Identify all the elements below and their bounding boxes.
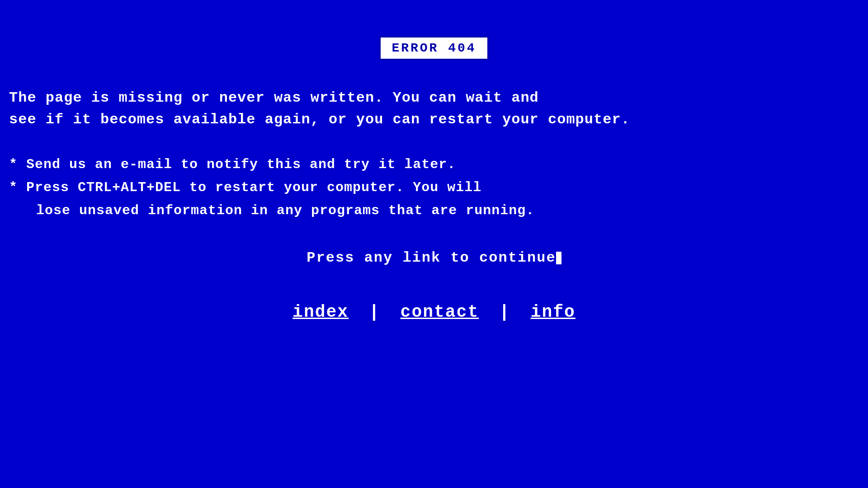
- bullet-item-2-line2: lose unsaved information in any programs…: [9, 199, 534, 222]
- nav-separator-1: |: [369, 302, 380, 322]
- main-message-line1: The page is missing or never was written…: [9, 89, 539, 106]
- index-link[interactable]: index: [292, 302, 349, 322]
- main-message: The page is missing or never was written…: [9, 87, 630, 131]
- nav-links: index | contact | info: [9, 302, 859, 322]
- bullet-list: * Send us an e-mail to notify this and t…: [9, 153, 534, 222]
- press-continue-text: Press any link to continue: [9, 249, 859, 266]
- error-badge-container: ERROR 404: [9, 36, 859, 60]
- nav-separator-2: |: [499, 302, 510, 322]
- bullet-item-1: * Send us an e-mail to notify this and t…: [9, 153, 534, 176]
- cursor-blink: [556, 252, 561, 264]
- contact-link[interactable]: contact: [401, 302, 479, 322]
- main-message-line2: see if it becomes available again, or yo…: [9, 111, 630, 128]
- info-link[interactable]: info: [531, 302, 576, 322]
- bullet-item-2-line1: * Press CTRL+ALT+DEL to restart your com…: [9, 176, 534, 199]
- error-badge: ERROR 404: [379, 36, 488, 60]
